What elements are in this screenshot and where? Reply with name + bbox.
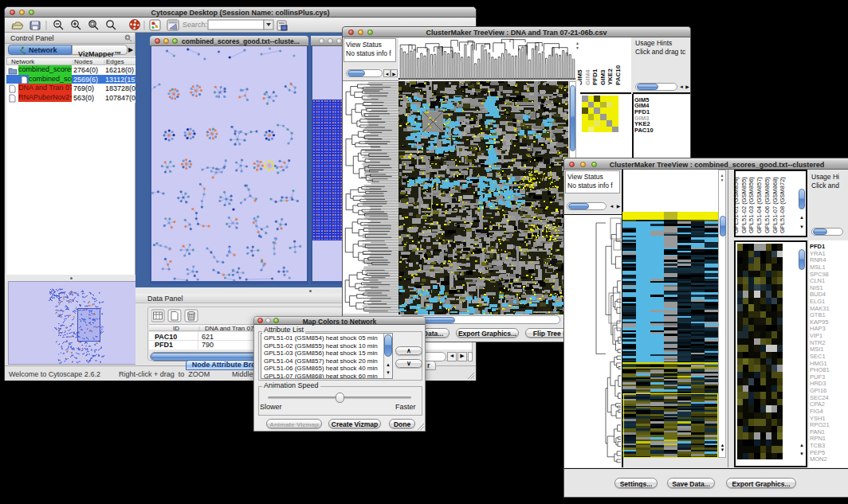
svg-text:Search:: Search: (183, 21, 207, 29)
